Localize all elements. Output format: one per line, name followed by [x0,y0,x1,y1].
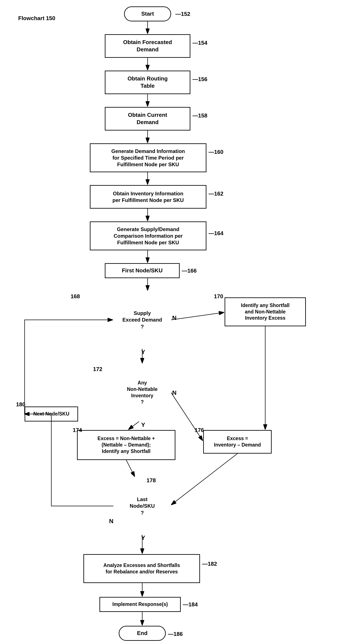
label-186: —186 [168,631,183,637]
label-152: —152 [176,11,190,17]
arrow-label-n2: N [172,390,176,396]
start-node: Start [124,6,171,22]
label-168: 168 [70,293,80,300]
analyze-excesses-node: Analyze Excesses and Shortfalls for Reba… [84,554,200,583]
arrow-label-n1: N [172,314,176,321]
label-178: 178 [146,477,156,484]
label-158: —158 [192,112,207,119]
label-154: —154 [192,40,207,46]
diagram-label-150: Flowchart 150 [18,15,55,22]
first-node-node: First Node/SKU [105,263,180,278]
label-170: 170 [214,293,223,300]
arrow-label-n3: N [109,518,113,524]
label-160: —160 [208,149,223,155]
non-nettable-diamond: Any Non-Nettable Inventory ? [102,352,183,434]
svg-line-15 [171,454,238,505]
flowchart-diagram: Flowchart 150 Start —152 Obtain Forecast… [0,0,348,644]
excess-inventory-node: Excess = Inventory – Demand [203,430,272,454]
label-156: —156 [192,76,207,82]
label-176: 176 [195,427,204,434]
next-node-node: Next Node/SKU [24,406,78,422]
obtain-routing-node: Obtain Routing Table [105,70,190,94]
label-184: —184 [183,601,198,608]
label-162: —162 [208,190,223,197]
implement-response-node: Implement Response(s) [100,597,181,612]
arrow-label-y3: Y [141,534,145,541]
label-164: —164 [208,230,223,237]
obtain-inventory-node: Obtain Inventory Information per Fulfill… [90,185,206,208]
arrow-label-y1: Y [141,349,145,356]
svg-line-12 [171,392,203,441]
obtain-current-node: Obtain Current Demand [105,107,190,130]
label-172: 172 [93,366,102,372]
arrow-label-y2: Y [141,422,145,428]
generate-demand-node: Generate Demand Information for Specifie… [90,143,206,172]
supply-exceed-diamond: Supply Exceed Demand ? [102,279,183,361]
identify-shortfall-node: Identify any Shortfall and Non-Nettable … [224,298,306,326]
label-182: —182 [202,560,217,567]
excess-non-nettable-node: Excess = Non-Nettable + (Nettable – Dema… [77,430,176,460]
label-174: 174 [73,427,82,434]
obtain-forecasted-node: Obtain Forecasted Demand [105,34,190,58]
label-180: 180 [16,401,25,408]
label-166: —166 [182,268,196,274]
end-node: End [119,626,166,641]
generate-supply-node: Generate Supply/Demand Comparison Inform… [90,222,206,250]
